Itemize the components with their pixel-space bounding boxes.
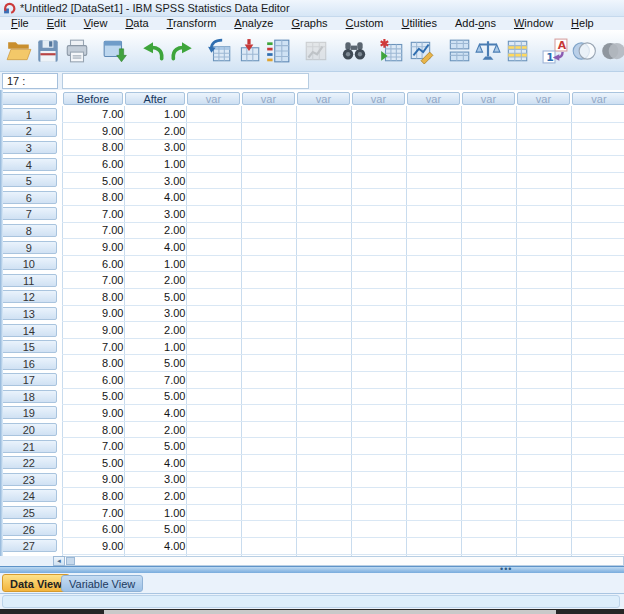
- row-header-25[interactable]: 25: [0, 504, 62, 521]
- cell-var1-6[interactable]: [186, 189, 241, 206]
- cell-var4-1[interactable]: [351, 106, 406, 123]
- cell-var6-15[interactable]: [461, 338, 516, 355]
- row-header-19[interactable]: 19: [0, 405, 62, 422]
- cell-after-1[interactable]: 1.00: [124, 106, 186, 123]
- cell-var6-12[interactable]: [461, 289, 516, 306]
- cell-var4-8[interactable]: [351, 222, 406, 239]
- cell-var8-5[interactable]: [571, 172, 624, 189]
- cell-var4-19[interactable]: [351, 405, 406, 422]
- cell-var2-23[interactable]: [241, 471, 296, 488]
- cell-var5-14[interactable]: [406, 322, 461, 339]
- print-button[interactable]: [62, 35, 91, 67]
- cell-before-17[interactable]: 6.00: [62, 372, 124, 389]
- cell-before-10[interactable]: 6.00: [62, 255, 124, 272]
- cell-var8-7[interactable]: [571, 206, 624, 223]
- cell-after-6[interactable]: 4.00: [124, 189, 186, 206]
- cell-var6-7[interactable]: [461, 206, 516, 223]
- cell-var6-20[interactable]: [461, 421, 516, 438]
- cell-var8-20[interactable]: [571, 421, 624, 438]
- cell-var1-25[interactable]: [186, 504, 241, 521]
- cell-var3-7[interactable]: [296, 206, 351, 223]
- cell-before-1[interactable]: 7.00: [62, 106, 124, 123]
- cell-var6-23[interactable]: [461, 471, 516, 488]
- cell-var5-15[interactable]: [406, 338, 461, 355]
- cell-var7-3[interactable]: [516, 139, 571, 156]
- variables-button[interactable]: [263, 35, 292, 67]
- cell-after-2[interactable]: 2.00: [124, 123, 186, 140]
- cell-before-14[interactable]: 9.00: [62, 322, 124, 339]
- cell-var7-21[interactable]: [516, 438, 571, 455]
- cell-var7-22[interactable]: [516, 454, 571, 471]
- cell-after-14[interactable]: 2.00: [124, 322, 186, 339]
- cell-var8-4[interactable]: [571, 156, 624, 173]
- column-header-var-6[interactable]: var: [406, 90, 461, 106]
- cell-var8-24[interactable]: [571, 488, 624, 505]
- cell-var3-21[interactable]: [296, 438, 351, 455]
- cell-var2-20[interactable]: [241, 421, 296, 438]
- cell-var8-22[interactable]: [571, 454, 624, 471]
- cell-after-12[interactable]: 5.00: [124, 289, 186, 306]
- cell-var7-23[interactable]: [516, 471, 571, 488]
- cell-var7-17[interactable]: [516, 372, 571, 389]
- cell-var1-19[interactable]: [186, 405, 241, 422]
- horizontal-scrollbar[interactable]: ◄: [0, 556, 624, 566]
- cell-var6-10[interactable]: [461, 255, 516, 272]
- column-header-after[interactable]: After: [124, 90, 186, 106]
- cell-after-25[interactable]: 1.00: [124, 504, 186, 521]
- cell-var4-22[interactable]: [351, 454, 406, 471]
- cell-var5-24[interactable]: [406, 488, 461, 505]
- cell-var6-1[interactable]: [461, 106, 516, 123]
- cell-var4-3[interactable]: [351, 139, 406, 156]
- cell-var5-23[interactable]: [406, 471, 461, 488]
- cell-var2-5[interactable]: [241, 172, 296, 189]
- cell-var5-19[interactable]: [406, 405, 461, 422]
- cell-before-19[interactable]: 9.00: [62, 405, 124, 422]
- cell-var5-2[interactable]: [406, 123, 461, 140]
- cell-before-27[interactable]: 9.00: [62, 537, 124, 554]
- cell-var5-12[interactable]: [406, 289, 461, 306]
- cell-after-20[interactable]: 2.00: [124, 421, 186, 438]
- cell-before-25[interactable]: 7.00: [62, 504, 124, 521]
- app-icon[interactable]: [3, 2, 16, 15]
- cell-after-23[interactable]: 3.00: [124, 471, 186, 488]
- cell-var3-10[interactable]: [296, 255, 351, 272]
- cell-var4-12[interactable]: [351, 289, 406, 306]
- cell-after-4[interactable]: 1.00: [124, 156, 186, 173]
- cell-var1-27[interactable]: [186, 537, 241, 554]
- cell-var2-25[interactable]: [241, 504, 296, 521]
- cell-var1-15[interactable]: [186, 338, 241, 355]
- cell-var2-21[interactable]: [241, 438, 296, 455]
- menu-help[interactable]: Help: [562, 17, 603, 30]
- menu-transform[interactable]: Transform: [158, 17, 226, 30]
- cell-var1-23[interactable]: [186, 471, 241, 488]
- cell-var7-19[interactable]: [516, 405, 571, 422]
- pane-splitter[interactable]: •••: [0, 566, 624, 573]
- cell-var2-22[interactable]: [241, 454, 296, 471]
- cell-var3-1[interactable]: [296, 106, 351, 123]
- cell-var1-4[interactable]: [186, 156, 241, 173]
- cell-var6-8[interactable]: [461, 222, 516, 239]
- cell-before-15[interactable]: 7.00: [62, 338, 124, 355]
- cell-var5-20[interactable]: [406, 421, 461, 438]
- cell-var2-26[interactable]: [241, 521, 296, 538]
- use-variable-sets-button[interactable]: [569, 35, 598, 67]
- cell-var1-18[interactable]: [186, 388, 241, 405]
- cell-after-3[interactable]: 3.00: [124, 139, 186, 156]
- cell-var7-24[interactable]: [516, 488, 571, 505]
- cell-var4-27[interactable]: [351, 537, 406, 554]
- row-header-20[interactable]: 20: [0, 421, 62, 438]
- go-to-case-button[interactable]: [205, 35, 234, 67]
- cell-var3-27[interactable]: [296, 537, 351, 554]
- splitter-grip-icon[interactable]: •••: [500, 568, 514, 572]
- cell-var3-5[interactable]: [296, 172, 351, 189]
- cell-var6-24[interactable]: [461, 488, 516, 505]
- cell-var1-1[interactable]: [186, 106, 241, 123]
- cell-var1-20[interactable]: [186, 421, 241, 438]
- cell-var3-11[interactable]: [296, 272, 351, 289]
- cell-var8-13[interactable]: [571, 305, 624, 322]
- cell-var4-9[interactable]: [351, 239, 406, 256]
- cell-var5-10[interactable]: [406, 255, 461, 272]
- cell-after-13[interactable]: 3.00: [124, 305, 186, 322]
- cell-var2-2[interactable]: [241, 123, 296, 140]
- cell-var5-4[interactable]: [406, 156, 461, 173]
